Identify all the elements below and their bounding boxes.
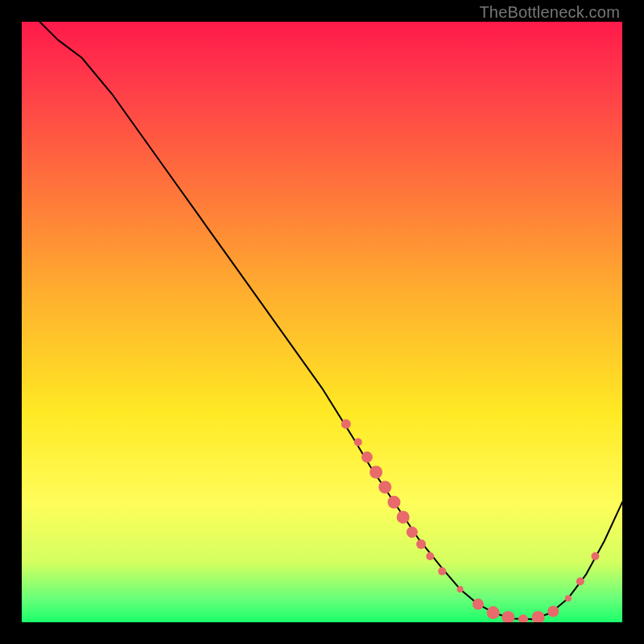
chart-frame: TheBottleneck.com (0, 0, 644, 644)
plot-area (22, 22, 622, 622)
watermark-label: TheBottleneck.com (479, 3, 620, 22)
heat-gradient-background (22, 22, 622, 622)
